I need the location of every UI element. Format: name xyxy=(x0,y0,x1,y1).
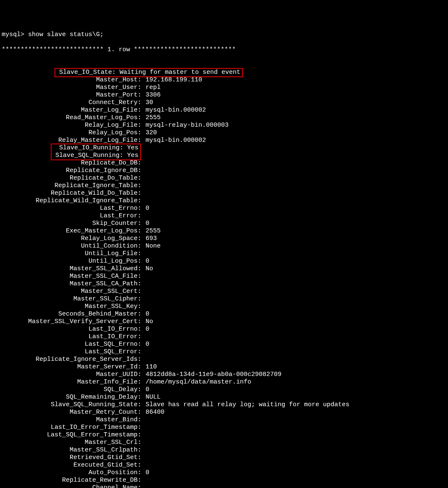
status-key: Master_SSL_CA_File xyxy=(2,273,138,280)
status-row: Channel_Name: xyxy=(2,484,446,488)
status-value: 320 xyxy=(142,129,157,137)
colon: : xyxy=(138,348,142,356)
status-key: Master_Port xyxy=(2,91,138,99)
status-row: Last_Errno: 0 xyxy=(2,205,446,212)
status-row: Slave_IO_Running: Yes Slave_SQL_Running:… xyxy=(2,144,446,159)
status-row: Replicate_Do_DB: xyxy=(2,159,446,167)
status-value xyxy=(142,190,146,197)
status-value: 0 xyxy=(142,220,149,227)
colon: : xyxy=(138,182,142,190)
status-row: Until_Log_Pos: 0 xyxy=(2,258,446,265)
status-row: Relay_Log_Space: 693 xyxy=(2,235,446,243)
status-value: 0 xyxy=(142,205,149,212)
status-value: 86400 xyxy=(142,409,164,416)
status-value xyxy=(142,416,146,424)
row-header-text: *************************** 1. row *****… xyxy=(2,46,236,53)
status-key: Read_Master_Log_Pos xyxy=(2,114,138,122)
status-key: Replicate_Ignore_Table xyxy=(2,182,138,190)
colon: : xyxy=(138,318,142,326)
status-row: Replicate_Do_Table: xyxy=(2,175,446,182)
status-key: Exec_Master_Log_Pos xyxy=(2,227,138,235)
status-key: Replicate_Ignore_DB xyxy=(2,167,138,175)
status-value: 4812dd8a-134d-11e9-ab0a-000c29082709 xyxy=(142,371,281,378)
colon: : xyxy=(138,114,142,122)
status-value: 2555 xyxy=(142,227,161,235)
colon: : xyxy=(138,235,142,243)
status-key: Relay_Log_Pos xyxy=(2,129,138,137)
status-value: 2555 xyxy=(142,114,161,122)
status-row: Auto_Position: 0 xyxy=(2,469,446,477)
colon: : xyxy=(138,469,142,477)
status-value: 693 xyxy=(142,235,157,243)
status-row: Last_IO_Error_Timestamp: xyxy=(2,424,446,431)
colon: : xyxy=(138,378,142,386)
status-key: Last_Error xyxy=(2,212,138,220)
status-value: NULL xyxy=(142,394,161,401)
status-key: Master_SSL_Crl xyxy=(2,439,138,446)
status-row: Master_Server_Id: 110 xyxy=(2,363,446,371)
status-value: None xyxy=(142,243,161,250)
status-row: Last_IO_Error: xyxy=(2,333,446,341)
status-row: Exec_Master_Log_Pos: 2555 xyxy=(2,227,446,235)
colon: : xyxy=(138,311,142,318)
status-key: Master_Retry_Count xyxy=(2,409,138,416)
status-value: 0 xyxy=(142,386,149,394)
status-rows: Slave_IO_State: Waiting for master to se… xyxy=(2,69,446,488)
status-key: Last_SQL_Errno xyxy=(2,341,138,348)
colon: : xyxy=(138,454,142,462)
status-row: Master_User: repl xyxy=(2,84,446,91)
status-row: Connect_Retry: 30 xyxy=(2,99,446,107)
status-key: Until_Condition xyxy=(2,243,138,250)
colon: : xyxy=(138,439,142,446)
colon: : xyxy=(138,484,142,488)
status-key: Master_SSL_CA_Path xyxy=(2,280,138,288)
status-key: SQL_Delay xyxy=(2,386,138,394)
highlight-box-running: Slave_IO_Running: Yes Slave_SQL_Running:… xyxy=(51,144,141,160)
status-key: Master_Log_File xyxy=(2,107,138,114)
status-key: Slave_IO_State: xyxy=(55,69,120,76)
status-row: Replicate_Wild_Do_Table: xyxy=(2,190,446,197)
status-row: Master_SSL_CA_File: xyxy=(2,273,446,280)
colon: : xyxy=(138,175,142,182)
status-value xyxy=(142,273,146,280)
status-row: Master_Info_File: /home/mysql/data/maste… xyxy=(2,378,446,386)
colon: : xyxy=(138,477,142,484)
colon: : xyxy=(138,91,142,99)
status-row: Master_SSL_Cipher: xyxy=(2,295,446,303)
status-value: mysql-bin.000002 xyxy=(142,137,206,144)
status-value xyxy=(142,454,146,462)
colon: : xyxy=(138,394,142,401)
status-row: Until_Condition: None xyxy=(2,243,446,250)
status-value xyxy=(142,212,146,220)
status-key: Executed_Gtid_Set xyxy=(2,462,138,469)
status-value xyxy=(142,356,146,363)
status-key: Master_Bind xyxy=(2,416,138,424)
status-value xyxy=(142,250,146,258)
status-row: SQL_Remaining_Delay: NULL xyxy=(2,394,446,401)
status-row: Master_Retry_Count: 86400 xyxy=(2,409,446,416)
status-key: Channel_Name xyxy=(2,484,138,488)
status-value xyxy=(142,462,146,469)
highlight-box-io-state: Slave_IO_State: Waiting for master to se… xyxy=(55,68,243,77)
colon: : xyxy=(138,129,142,137)
status-value xyxy=(142,439,146,446)
colon: : xyxy=(138,326,142,333)
status-row: Read_Master_Log_Pos: 2555 xyxy=(2,114,446,122)
status-row: Executed_Gtid_Set: xyxy=(2,462,446,469)
status-value xyxy=(142,484,146,488)
status-key: Master_SSL_Key xyxy=(2,303,138,311)
status-key: Seconds_Behind_Master xyxy=(2,311,138,318)
status-row: Master_UUID: 4812dd8a-134d-11e9-ab0a-000… xyxy=(2,371,446,378)
status-value: 0 xyxy=(142,258,149,265)
colon: : xyxy=(138,76,142,84)
status-value: Waiting for master to send event xyxy=(120,69,240,76)
status-value xyxy=(142,333,146,341)
status-value xyxy=(142,446,146,454)
mysql-prompt-line[interactable]: mysql> show slave status\G; xyxy=(2,31,446,39)
status-key: Master_SSL_Cipher xyxy=(2,295,138,303)
status-value xyxy=(142,280,146,288)
status-value: No xyxy=(142,265,153,273)
status-row: Master_SSL_CA_Path: xyxy=(2,280,446,288)
status-value: 0 xyxy=(142,311,149,318)
colon: : xyxy=(138,122,142,129)
